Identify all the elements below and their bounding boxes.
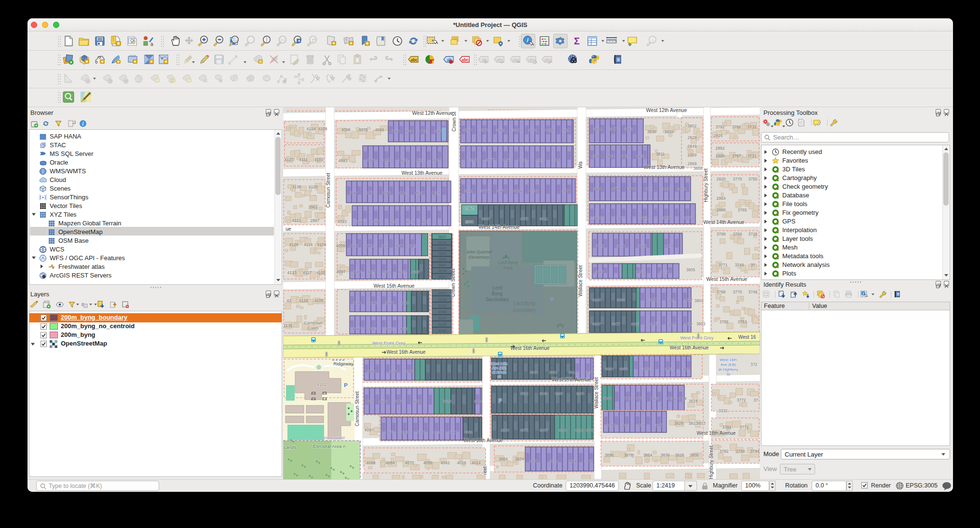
svg-text:3829: 3829 xyxy=(674,421,683,426)
svg-text:3828: 3828 xyxy=(668,298,676,302)
svg-text:3992: 3992 xyxy=(464,189,473,193)
svg-text:reet: reet xyxy=(482,466,488,474)
svg-text:4042: 4042 xyxy=(441,460,450,465)
svg-text:3811: 3811 xyxy=(656,152,665,156)
svg-text:4102: 4102 xyxy=(317,382,327,387)
svg-text:3765: 3765 xyxy=(738,208,747,212)
svg-text:2964: 2964 xyxy=(717,196,726,201)
svg-text:2889: 2889 xyxy=(688,161,697,166)
svg-text:4127: 4127 xyxy=(285,157,294,162)
svg-text:4085: 4085 xyxy=(353,270,361,274)
svg-text:Ridgeway: Ridgeway xyxy=(333,361,354,366)
svg-text:2987: 2987 xyxy=(311,218,320,223)
svg-text:4056: 4056 xyxy=(382,191,391,195)
svg-text:3805: 3805 xyxy=(686,267,695,272)
svg-text:West 14th Avenue: West 14th Avenue xyxy=(479,224,520,230)
svg-text:3768: 3768 xyxy=(736,449,745,454)
svg-text:3792: 3792 xyxy=(716,125,725,129)
svg-text:4066: 4066 xyxy=(375,127,384,132)
svg-text:Lands: Lands xyxy=(284,445,296,450)
svg-text:4017: 4017 xyxy=(449,430,457,434)
svg-text:3881: 3881 xyxy=(617,216,625,220)
svg-text:3031: 3031 xyxy=(438,246,447,250)
svg-text:3812: 3812 xyxy=(684,298,693,302)
svg-text:3808: 3808 xyxy=(690,453,699,458)
svg-text:3998: 3998 xyxy=(463,128,472,132)
svg-text:2814: 2814 xyxy=(562,128,570,132)
svg-text:2962: 2962 xyxy=(465,206,474,210)
svg-text:3948: 3948 xyxy=(540,391,548,396)
svg-text:3862: 3862 xyxy=(625,127,633,131)
svg-text:West 16th Avenue: West 16th Avenue xyxy=(670,345,709,350)
svg-text:3906: 3906 xyxy=(552,158,560,162)
svg-text:3932: 3932 xyxy=(529,128,537,132)
svg-text:3803: 3803 xyxy=(696,421,706,426)
svg-text:3873: 3873 xyxy=(637,423,645,428)
svg-text:St: St xyxy=(497,375,501,379)
svg-text:3804: 3804 xyxy=(694,298,704,303)
svg-text:West Point Grey: West Point Grey xyxy=(681,335,714,340)
svg-text:3874: 3874 xyxy=(623,396,631,401)
svg-text:3770: 3770 xyxy=(733,177,742,181)
svg-text:3770: 3770 xyxy=(733,290,742,294)
svg-text:4027: 4027 xyxy=(406,220,414,224)
svg-text:Lord Byng: Lord Byng xyxy=(498,260,517,265)
svg-text:3810: 3810 xyxy=(665,129,674,134)
svg-text:Ave (EB): Ave (EB) xyxy=(492,366,506,370)
svg-text:4075: 4075 xyxy=(368,270,376,274)
svg-text:3749: 3749 xyxy=(735,263,744,267)
svg-text:West 15th Avenue: West 15th Avenue xyxy=(707,276,748,282)
svg-text:3407: 3407 xyxy=(585,459,593,463)
svg-text:3932: 3932 xyxy=(549,459,558,463)
svg-text:4126: 4126 xyxy=(299,298,308,303)
svg-text:3894: 3894 xyxy=(596,244,604,248)
svg-text:3767: 3767 xyxy=(732,153,741,158)
svg-text:St: St xyxy=(726,372,730,376)
svg-text:4077: 4077 xyxy=(356,220,365,224)
svg-text:4111: 4111 xyxy=(299,157,308,162)
svg-text:3818: 3818 xyxy=(689,399,698,403)
svg-text:3921: 3921 xyxy=(536,158,544,162)
svg-text:4117: 4117 xyxy=(303,270,312,275)
svg-text:?: ? xyxy=(897,292,899,296)
svg-text:3921: 3921 xyxy=(540,217,548,221)
svg-text:3043: 3043 xyxy=(438,251,447,256)
svg-text:4128: 4128 xyxy=(289,242,299,247)
svg-text:3977: 3977 xyxy=(487,158,495,162)
svg-text:West 16th Avenue: West 16th Avenue xyxy=(387,349,426,355)
svg-text:4049: 4049 xyxy=(383,158,392,162)
svg-text:3826: 3826 xyxy=(675,453,684,458)
svg-text:3139: 3139 xyxy=(438,304,447,308)
svg-text:3067: 3067 xyxy=(438,263,447,267)
svg-text:Gates: Gates xyxy=(307,326,319,331)
svg-text:4013: 4013 xyxy=(422,220,430,224)
svg-text:West 15th Avenue: West 15th Avenue xyxy=(374,283,415,289)
svg-text:3896: 3896 xyxy=(605,453,614,458)
svg-text:4093: 4093 xyxy=(338,219,347,224)
svg-text:3746: 3746 xyxy=(749,290,758,294)
svg-text:3857: 3857 xyxy=(651,322,659,326)
svg-text:3845: 3845 xyxy=(663,216,671,220)
svg-text:4073: 4073 xyxy=(386,430,395,434)
svg-text:4078: 4078 xyxy=(359,127,368,132)
svg-text:3854: 3854 xyxy=(638,244,646,248)
svg-text:3167: 3167 xyxy=(438,316,447,320)
svg-text:3880: 3880 xyxy=(620,367,628,371)
svg-text:3948: 3948 xyxy=(530,370,538,375)
svg-text:3867: 3867 xyxy=(631,322,640,326)
svg-text:3107: 3107 xyxy=(438,291,447,295)
svg-text:3857: 3857 xyxy=(655,423,664,428)
svg-text:372: 372 xyxy=(750,362,757,367)
svg-text:4063: 4063 xyxy=(401,430,409,434)
svg-text:4103: 4103 xyxy=(314,157,324,162)
svg-text:3861: 3861 xyxy=(640,216,648,220)
svg-text:3841: 3841 xyxy=(668,322,676,326)
svg-text:P: P xyxy=(499,398,502,403)
svg-text:3984: 3984 xyxy=(499,457,508,461)
svg-text:Wallace Street: Wallace Street xyxy=(578,265,583,296)
svg-text:at Highbury: at Highbury xyxy=(719,367,738,372)
svg-text:3802: 3802 xyxy=(688,124,697,128)
svg-text:3949: 3949 xyxy=(519,158,528,162)
svg-text:4070: 4070 xyxy=(405,460,414,465)
svg-text:3836: 3836 xyxy=(661,453,670,458)
